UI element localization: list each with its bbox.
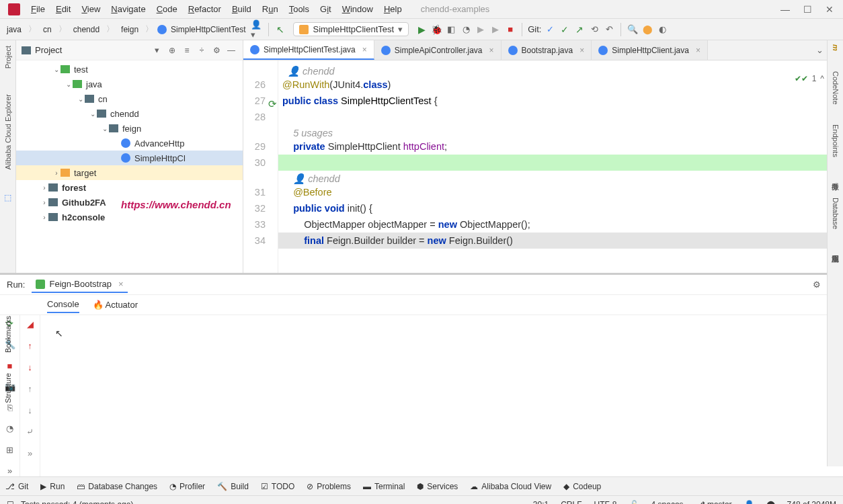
console-output[interactable] [40, 315, 843, 476]
help-icon[interactable]: ◐ [656, 24, 668, 36]
tree-item-advancehttp[interactable]: AdvanceHttp [16, 136, 243, 151]
menu-git[interactable]: Git [315, 3, 337, 15]
rollback-icon[interactable]: ↶ [603, 24, 615, 36]
code-content[interactable]: 👤 chendd @RunWith(JUnit4.class) public c… [278, 60, 843, 273]
rail-database[interactable]: Database [832, 196, 840, 230]
bt-git[interactable]: ⎇ Git [5, 482, 28, 491]
filter-icon[interactable]: ◢ [24, 318, 36, 330]
tree-item-target[interactable]: ›target [16, 165, 243, 180]
tree-item-feign[interactable]: ⌄feign [16, 121, 243, 136]
hide-icon[interactable]: — [225, 44, 237, 56]
rail-bookmarks[interactable]: Bookmarks [4, 316, 12, 353]
menu-edit[interactable]: Edit [50, 3, 76, 15]
bt-build[interactable]: 🔨 Build [217, 482, 249, 491]
bt-codeup[interactable]: ◆ Codeup [563, 482, 601, 491]
hammer-icon[interactable]: ↖ [274, 24, 286, 36]
profile-icon[interactable]: ◔ [460, 24, 472, 36]
menu-run[interactable]: Run [257, 3, 284, 15]
tree-item-forest[interactable]: ›forest [16, 180, 243, 195]
breadcrumb-part[interactable]: java [4, 24, 24, 36]
search-icon[interactable]: 🔍 [627, 24, 639, 36]
menu-file[interactable]: File [26, 3, 50, 15]
expand-icon[interactable]: ≡ [181, 44, 193, 56]
minimize-icon[interactable]: — [780, 4, 790, 15]
caret-position[interactable]: 30:1 [533, 500, 549, 505]
stop-icon[interactable]: ■ [504, 24, 516, 36]
up-stack-icon[interactable]: ↑ [24, 339, 36, 351]
code-editor[interactable]: 26 27⟳ 28 29 30 31 32 33 34 👤 chendd @Ru… [243, 60, 843, 273]
tree-item-h2console[interactable]: ›h2console [16, 210, 243, 224]
maximize-icon[interactable]: ☐ [803, 4, 812, 15]
run-config-tab[interactable]: Feign-Bootstrap × [32, 276, 127, 293]
sync-icon[interactable]: ⬤ [766, 500, 775, 505]
bt-terminal[interactable]: ▬ Terminal [363, 482, 405, 491]
person-status-icon[interactable]: 👤 [744, 500, 754, 505]
tree-item-test[interactable]: ⌄test [16, 62, 243, 77]
collapse-icon[interactable]: ÷ [196, 44, 208, 56]
bt-problems[interactable]: ⊘ Problems [307, 482, 351, 491]
coverage-icon[interactable]: ◧ [445, 24, 457, 36]
bt-run[interactable]: ▶ Run [40, 482, 65, 491]
editor-tab[interactable]: SimpleHttpClient.java× [592, 40, 708, 60]
commit-icon[interactable]: ✓ [559, 24, 571, 36]
up-icon[interactable]: ↑ [24, 382, 36, 394]
menu-tools[interactable]: Tools [284, 3, 315, 15]
menu-build[interactable]: Build [227, 3, 257, 15]
down-stack-icon[interactable]: ↓ [24, 361, 36, 373]
rail-codenote[interactable]: CodeNote [832, 70, 840, 106]
line-ending[interactable]: CRLF [561, 500, 581, 505]
menu-navigate[interactable]: Navigate [106, 3, 151, 15]
push-icon[interactable]: ↗ [573, 24, 586, 36]
menu-view[interactable]: View [76, 3, 106, 15]
memory-indicator[interactable]: 748 of 2048M [787, 500, 836, 505]
settings-icon[interactable]: ⬤ [641, 24, 653, 36]
update-icon[interactable]: ✓ [544, 24, 556, 36]
rail-alibaba[interactable]: Alibaba Cloud Explorer [4, 91, 12, 173]
menu-refactor[interactable]: Refactor [183, 3, 227, 15]
encoding[interactable]: UTF-8 [594, 500, 617, 505]
rail-maven[interactable]: m [832, 43, 840, 52]
rail-project[interactable]: Project [4, 43, 12, 71]
target-icon[interactable]: ⊕ [166, 44, 178, 56]
tree-item-chendd[interactable]: ⌄chendd [16, 106, 243, 121]
tab-dropdown-icon[interactable]: ⌄ [816, 45, 824, 55]
bt-profiler[interactable]: ◔ Profiler [169, 482, 205, 491]
attach-icon[interactable]: ▶ [475, 24, 487, 36]
layout-icon[interactable]: ⊞ [4, 444, 16, 456]
run-anything-icon[interactable]: ▶ [489, 24, 501, 36]
project-tree[interactable]: ⌄test⌄java⌄cn⌄chendd⌄feignAdvanceHttpSim… [16, 60, 243, 273]
rail-endpoints[interactable]: Endpoints [832, 123, 840, 159]
status-icon[interactable]: ☐ [7, 500, 14, 505]
editor-tab[interactable]: SimpleHttpClientTest.java× [243, 40, 374, 60]
bt-alibaba[interactable]: ☁ Alibaba Cloud View [470, 482, 551, 491]
bt-services[interactable]: ⬢ Services [417, 482, 458, 491]
git-branch[interactable]: ⎇ master [696, 500, 732, 505]
menu-help[interactable]: Help [378, 3, 407, 15]
rail-observer[interactable]: 应用观测器 [830, 248, 840, 251]
attach-debug-icon[interactable]: ◔ [4, 423, 16, 434]
menu-window[interactable]: Window [337, 3, 378, 15]
exit-icon[interactable]: ⎘ [4, 402, 16, 413]
debug-icon[interactable]: 🐞 [430, 24, 442, 36]
readonly-icon[interactable]: 🔓 [629, 500, 639, 505]
run-icon[interactable]: ▶ [415, 24, 428, 36]
editor-tab[interactable]: SimpleApiController.java× [374, 40, 501, 60]
soft-wrap-icon[interactable]: ⤶ [24, 425, 36, 437]
down-icon[interactable]: ↓ [24, 404, 36, 416]
console-tab[interactable]: Console [47, 296, 79, 313]
run-settings-icon[interactable]: ⚙ [813, 280, 821, 290]
history-icon[interactable]: ⟲ [588, 24, 600, 36]
rail-codeup-icon[interactable]: ⬚ [4, 193, 11, 202]
chevron-up-icon[interactable]: ^ [820, 74, 824, 83]
gutter[interactable]: 26 27⟳ 28 29 30 31 32 33 34 [243, 60, 278, 273]
tree-item-cn[interactable]: ⌄cn [16, 91, 243, 106]
gear-icon[interactable]: ⚙ [210, 44, 223, 56]
bt-todo[interactable]: ☑ TODO [261, 482, 294, 491]
breadcrumb-current[interactable]: SimpleHttpClientTest [168, 24, 248, 36]
more-icon[interactable]: » [4, 465, 16, 476]
bt-db-changes[interactable]: 🗃 Database Changes [77, 482, 157, 491]
breadcrumb-part[interactable]: chendd [71, 24, 102, 36]
breadcrumb-part[interactable]: feign [118, 24, 141, 36]
menu-code[interactable]: Code [151, 3, 183, 15]
rail-structure[interactable]: Structure [4, 373, 12, 403]
